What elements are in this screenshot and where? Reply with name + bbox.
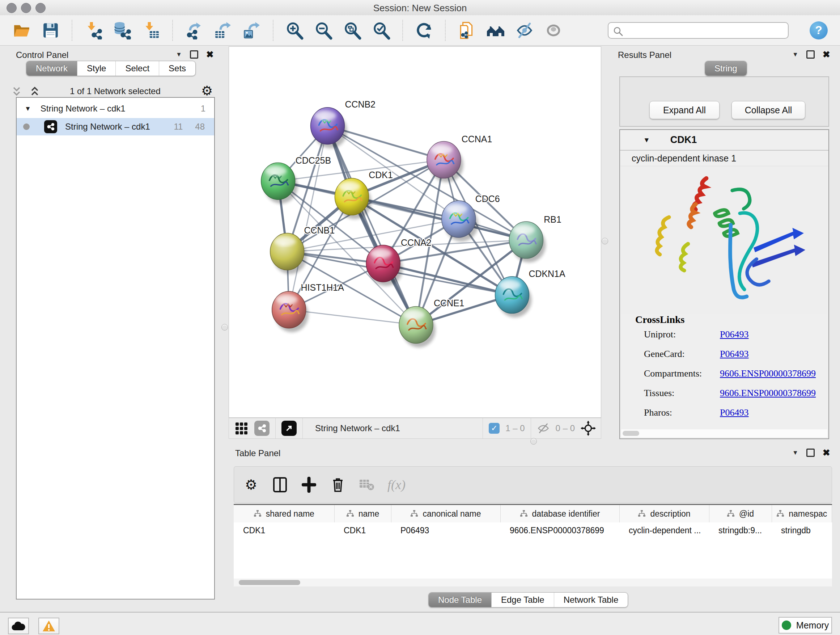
left-splitter-handle[interactable] xyxy=(221,324,228,331)
panel-dropdown-icon[interactable]: ▼ xyxy=(176,51,182,58)
column-header[interactable]: database identifier xyxy=(500,505,619,523)
string-view-icon[interactable] xyxy=(254,421,270,436)
apply-layout-button[interactable] xyxy=(415,21,433,40)
panel-close-icon[interactable]: ✖ xyxy=(823,50,830,59)
panel-close-icon[interactable]: ✖ xyxy=(823,448,830,457)
tab-style[interactable]: Style xyxy=(77,61,115,76)
zoom-in-button[interactable] xyxy=(285,21,304,40)
right-splitter-handle[interactable] xyxy=(602,238,608,244)
help-button[interactable]: ? xyxy=(810,21,828,40)
collapse-all-icon[interactable] xyxy=(11,86,24,98)
home-button[interactable] xyxy=(486,21,505,40)
section-expander-icon[interactable]: ▼ xyxy=(643,136,650,144)
network-node-CDC25B[interactable]: CDC25B xyxy=(261,155,331,203)
show-columns-icon[interactable] xyxy=(272,477,288,493)
panel-float-icon[interactable] xyxy=(806,50,815,59)
network-collection-row[interactable]: ▼ String Network – cdk1 1 xyxy=(17,100,214,117)
table-hscrollbar[interactable] xyxy=(234,578,832,586)
network-row-selected[interactable]: String Network – cdk1 11 48 xyxy=(17,118,214,135)
selected-counts: 1 – 0 xyxy=(505,423,524,433)
crosslink-link[interactable]: 9606.ENSP00000378699 xyxy=(720,388,816,399)
collapse-all-button[interactable]: Collapse All xyxy=(731,101,805,119)
import-table-button[interactable] xyxy=(142,21,161,40)
crosslink-link[interactable]: 9606.ENSP00000378699 xyxy=(720,368,816,379)
gene-section-header[interactable]: ▼ CDK1 xyxy=(620,130,829,150)
search-input[interactable] xyxy=(608,22,789,39)
crosslink-row: Pharos:P06493 xyxy=(644,407,829,418)
gene-section: ▼ CDK1 cyclin-dependent kinase 1 xyxy=(619,129,829,439)
network-node-CCNE1[interactable]: CCNE1 xyxy=(399,298,464,348)
selected-checkbox-icon[interactable]: ✓ xyxy=(489,423,500,434)
panel-dropdown-icon[interactable]: ▼ xyxy=(792,51,798,58)
column-header[interactable]: namespac xyxy=(772,505,832,523)
panel-close-icon[interactable]: ✖ xyxy=(206,50,214,59)
export-table-button[interactable] xyxy=(213,21,232,40)
network-graph[interactable]: CCNB2 CCNA1 CDC25B CDK1 CDC6 RB1 CCNB1 C… xyxy=(229,47,601,417)
add-column-icon[interactable] xyxy=(301,477,317,493)
grid-view-icon[interactable] xyxy=(234,421,248,435)
export-network-button[interactable] xyxy=(185,21,203,40)
zoom-fit-button[interactable] xyxy=(343,21,362,40)
horizontal-splitter-handle[interactable] xyxy=(531,438,537,445)
network-edge[interactable] xyxy=(327,126,416,325)
tab-sets[interactable]: Sets xyxy=(159,61,195,76)
tab-network[interactable]: Network xyxy=(27,61,77,76)
expand-all-icon[interactable] xyxy=(30,86,42,98)
tab-string[interactable]: String xyxy=(705,61,747,76)
panel-dropdown-icon[interactable]: ▼ xyxy=(792,449,798,456)
panel-float-icon[interactable] xyxy=(190,50,198,59)
tree-expander-icon[interactable]: ▼ xyxy=(25,105,31,112)
network-node-CDKN1A[interactable]: CDKN1A xyxy=(495,269,565,318)
save-session-button[interactable] xyxy=(41,21,60,40)
delete-column-icon[interactable] xyxy=(330,477,346,493)
gene-description: cyclin-dependent kinase 1 xyxy=(632,153,736,164)
network-node-CCNA1[interactable]: CCNA1 xyxy=(427,134,492,182)
network-options-gear-icon[interactable]: ⚙ xyxy=(201,83,213,98)
annotation-button[interactable] xyxy=(457,21,476,40)
status-bar: Memory xyxy=(0,612,840,635)
crosslink-link[interactable]: P06493 xyxy=(720,407,748,418)
column-header[interactable]: description xyxy=(619,505,709,523)
hide-glasses-button[interactable] xyxy=(515,21,534,40)
panel-float-icon[interactable] xyxy=(806,448,815,457)
import-network-button[interactable] xyxy=(84,21,103,40)
import-network-from-database-button[interactable] xyxy=(113,21,132,40)
tab-node-table[interactable]: Node Table xyxy=(429,593,491,607)
warning-status-button[interactable] xyxy=(38,618,59,634)
export-image-button[interactable] xyxy=(242,21,261,40)
zoom-out-button[interactable] xyxy=(314,21,333,40)
detach-view-icon[interactable] xyxy=(281,421,297,436)
crosslink-link[interactable]: P06493 xyxy=(720,348,748,359)
birdseye-navigator-icon[interactable] xyxy=(581,421,596,436)
column-header[interactable]: @id xyxy=(709,505,772,523)
table-cell: stringdb:9... xyxy=(709,523,772,538)
tab-select[interactable]: Select xyxy=(115,61,159,76)
crosslink-link[interactable]: P06493 xyxy=(720,329,748,340)
open-session-button[interactable] xyxy=(12,21,31,40)
column-header[interactable]: shared name xyxy=(234,505,334,523)
network-canvas[interactable]: CCNB2 CCNA1 CDC25B CDK1 CDC6 RB1 CCNB1 C… xyxy=(229,46,601,418)
network-node-CDC6[interactable]: CDC6 xyxy=(442,194,500,241)
zoom-selected-button[interactable] xyxy=(372,21,391,40)
network-selection-summary: 1 of 1 Network selected xyxy=(70,86,161,96)
show-glasses-button[interactable] xyxy=(544,21,563,40)
main-toolbar: ? xyxy=(0,15,840,46)
table-row[interactable]: CDK1CDK1P064939606.ENSP00000378699cyclin… xyxy=(234,523,832,538)
expand-all-button[interactable]: Expand All xyxy=(649,101,720,119)
titlebar: Session: New Session xyxy=(0,0,840,16)
network-node-CCNB2[interactable]: CCNB2 xyxy=(311,99,376,149)
memory-button[interactable]: Memory xyxy=(778,617,832,633)
tab-edge-table[interactable]: Edge Table xyxy=(491,593,554,607)
table-options-gear-icon[interactable]: ⚙ xyxy=(243,477,259,493)
column-header[interactable]: canonical name xyxy=(391,505,500,523)
table-cell: P06493 xyxy=(391,523,500,538)
column-header[interactable]: name xyxy=(334,505,391,523)
network-edge[interactable] xyxy=(352,196,526,240)
control-panel-tabs: NetworkStyleSelectSets xyxy=(26,61,196,76)
network-node-HIST1H1A[interactable]: HIST1H1A xyxy=(272,282,344,333)
results-hscrollbar[interactable] xyxy=(621,429,827,437)
save-icon xyxy=(42,21,60,40)
cloud-status-button[interactable] xyxy=(8,618,29,634)
network-node-RB1[interactable]: RB1 xyxy=(509,214,561,263)
tab-network-table[interactable]: Network Table xyxy=(554,593,628,607)
